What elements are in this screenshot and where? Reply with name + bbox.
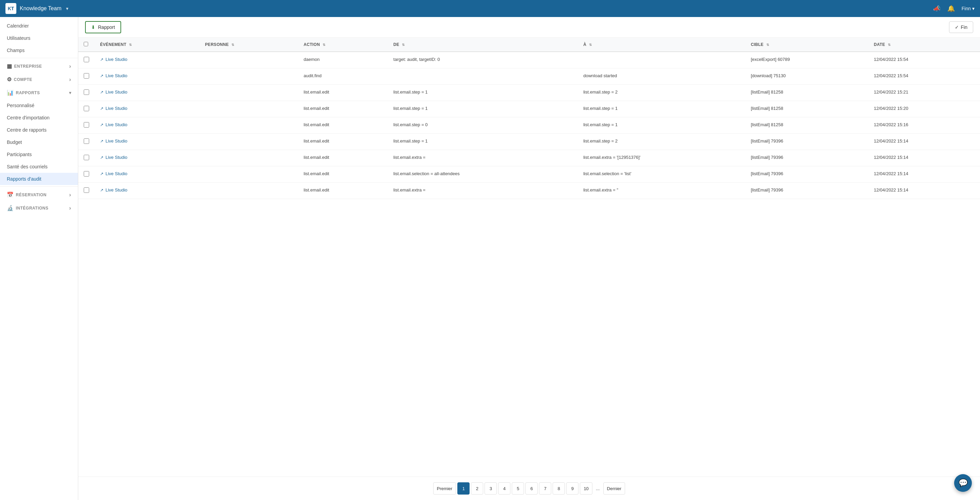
sidebar-item-personnalise[interactable]: Personnalisé: [0, 99, 78, 111]
col-evenement[interactable]: ÉVÉNEMENT ⇅: [95, 38, 200, 52]
megaphone-icon[interactable]: 📣: [933, 5, 940, 12]
notification-icon[interactable]: 🔔: [947, 5, 955, 12]
row-checkbox-5[interactable]: [84, 138, 89, 144]
row-personne-0: [200, 52, 298, 68]
row-evenement-0[interactable]: ↗ Live Studio: [95, 52, 200, 68]
col-date-label: DATE: [874, 42, 885, 47]
evenement-link-3[interactable]: ↗ Live Studio: [100, 106, 194, 111]
col-de[interactable]: DE ⇅: [388, 38, 578, 52]
row-checkbox-cell[interactable]: [78, 150, 95, 166]
chat-button[interactable]: 💬: [954, 474, 972, 492]
row-checkbox-8[interactable]: [84, 187, 89, 193]
row-evenement-3[interactable]: ↗ Live Studio: [95, 101, 200, 117]
row-checkbox-3[interactable]: [84, 106, 89, 111]
audit-table-wrapper: ÉVÉNEMENT ⇅ PERSONNE ⇅ ACTION ⇅ DE: [78, 38, 980, 476]
evenement-link-2[interactable]: ↗ Live Studio: [100, 89, 194, 95]
sidebar-item-participants[interactable]: Participants: [0, 148, 78, 160]
pagination-page-8[interactable]: 8: [553, 482, 565, 495]
evenement-link-8[interactable]: ↗ Live Studio: [100, 187, 194, 192]
row-checkbox-cell[interactable]: [78, 101, 95, 117]
pagination-page-4[interactable]: 4: [498, 482, 511, 495]
sidebar-item-calendrier[interactable]: Calendrier: [0, 20, 78, 32]
sidebar-item-sante-courriels[interactable]: Santé des courriels: [0, 160, 78, 173]
fin-label: Fin: [961, 24, 967, 30]
sidebar-section-entreprise[interactable]: ▦ ENTREPRISE ›: [0, 60, 78, 73]
sidebar-label-champs: Champs: [7, 48, 24, 53]
evenement-link-1[interactable]: ↗ Live Studio: [100, 73, 194, 78]
select-all-checkbox[interactable]: [84, 42, 88, 46]
pagination-page-6[interactable]: 6: [525, 482, 538, 495]
row-evenement-2[interactable]: ↗ Live Studio: [95, 85, 200, 101]
pagination-page-1[interactable]: 1: [457, 482, 469, 495]
row-checkbox-7[interactable]: [84, 171, 89, 176]
external-link-icon: ↗: [100, 73, 103, 78]
pagination-page-7[interactable]: 7: [539, 482, 551, 495]
sidebar-section-reservation[interactable]: 📅 RÉSERVATION ›: [0, 188, 78, 202]
sidebar-item-champs[interactable]: Champs: [0, 44, 78, 56]
evenement-link-6[interactable]: ↗ Live Studio: [100, 155, 194, 160]
row-checkbox-0[interactable]: [84, 57, 89, 62]
sidebar-item-rapports-audit[interactable]: Rapports d'audit: [0, 173, 78, 185]
row-checkbox-1[interactable]: [84, 73, 89, 79]
external-link-icon: ↗: [100, 90, 103, 95]
row-action-3: list.email.edit: [298, 101, 388, 117]
row-de-7: list.email.selection = all-attendees: [388, 166, 578, 183]
row-evenement-6[interactable]: ↗ Live Studio: [95, 150, 200, 166]
row-evenement-7[interactable]: ↗ Live Studio: [95, 166, 200, 183]
col-personne[interactable]: PERSONNE ⇅: [200, 38, 298, 52]
rapport-button[interactable]: ⬇ Rapport: [85, 21, 121, 33]
col-date[interactable]: DATE ⇅: [869, 38, 980, 52]
evenement-link-5[interactable]: ↗ Live Studio: [100, 138, 194, 144]
header-row: ÉVÉNEMENT ⇅ PERSONNE ⇅ ACTION ⇅ DE: [78, 38, 980, 52]
row-checkbox-cell[interactable]: [78, 85, 95, 101]
sidebar-label-personnalise: Personnalisé: [7, 103, 34, 108]
row-checkbox-cell[interactable]: [78, 68, 95, 85]
row-date-2: 12/04/2022 15:21: [869, 85, 980, 101]
row-checkbox-4[interactable]: [84, 122, 89, 127]
sidebar-item-utilisateurs[interactable]: Utilisateurs: [0, 32, 78, 44]
evenement-text-2: Live Studio: [105, 89, 127, 95]
sidebar-section-compte[interactable]: ⚙ COMPTE ›: [0, 73, 78, 86]
pagination-first[interactable]: Premier: [433, 482, 456, 495]
row-evenement-4[interactable]: ↗ Live Studio: [95, 117, 200, 134]
row-checkbox-cell[interactable]: [78, 134, 95, 150]
pagination-page-9[interactable]: 9: [566, 482, 579, 495]
sort-cible-icon: ⇅: [766, 43, 769, 47]
sidebar-item-centre-importation[interactable]: Centre d'importation: [0, 111, 78, 124]
col-cible[interactable]: CIBLE ⇅: [745, 38, 869, 52]
row-checkbox-cell[interactable]: [78, 52, 95, 68]
sidebar-label-sante-courriels: Santé des courriels: [7, 164, 48, 169]
col-a[interactable]: À ⇅: [578, 38, 745, 52]
sidebar-section-rapports[interactable]: 📊 RAPPORTS ▾: [0, 86, 78, 99]
evenement-link-4[interactable]: ↗ Live Studio: [100, 122, 194, 127]
sidebar-item-budget[interactable]: Budget: [0, 136, 78, 148]
row-personne-3: [200, 101, 298, 117]
table-row: ↗ Live Studio daemon target: audit, targ…: [78, 52, 980, 68]
evenement-link-0[interactable]: ↗ Live Studio: [100, 57, 194, 62]
row-checkbox-cell[interactable]: [78, 183, 95, 199]
external-link-icon: ↗: [100, 188, 103, 192]
row-a-8: list.email.extra = '': [578, 183, 745, 199]
sidebar-section-integrations[interactable]: 🔬 INTÉGRATIONS ›: [0, 202, 78, 214]
header-checkbox[interactable]: [78, 38, 95, 52]
user-menu[interactable]: Finn ▾: [962, 6, 975, 11]
pagination-page-5[interactable]: 5: [512, 482, 524, 495]
sidebar-item-centre-rapports[interactable]: Centre de rapports: [0, 124, 78, 136]
fin-button[interactable]: ✓ Fin: [949, 21, 973, 33]
row-evenement-8[interactable]: ↗ Live Studio: [95, 183, 200, 199]
row-checkbox-6[interactable]: [84, 155, 89, 160]
sort-personne-icon: ⇅: [231, 43, 234, 47]
row-checkbox-cell[interactable]: [78, 166, 95, 183]
row-action-6: list.email.edit: [298, 150, 388, 166]
pagination-page-2[interactable]: 2: [471, 482, 483, 495]
pagination-last[interactable]: Dernier: [603, 482, 625, 495]
row-checkbox-2[interactable]: [84, 89, 89, 95]
evenement-link-7[interactable]: ↗ Live Studio: [100, 171, 194, 176]
pagination-page-3[interactable]: 3: [485, 482, 497, 495]
row-evenement-5[interactable]: ↗ Live Studio: [95, 134, 200, 150]
app-title-chevron[interactable]: ▾: [66, 6, 68, 11]
pagination-page-10[interactable]: 10: [580, 482, 592, 495]
col-action[interactable]: ACTION ⇅: [298, 38, 388, 52]
row-checkbox-cell[interactable]: [78, 117, 95, 134]
row-evenement-1[interactable]: ↗ Live Studio: [95, 68, 200, 85]
